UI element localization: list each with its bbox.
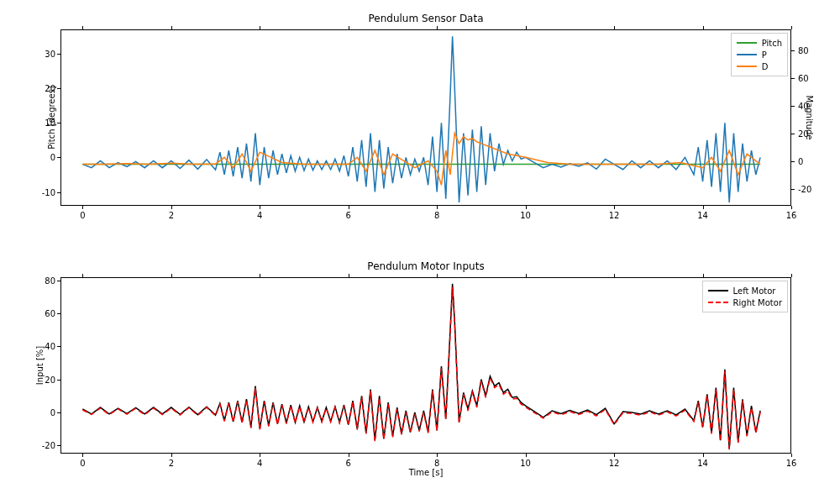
tick-mark (791, 161, 795, 162)
subplot-motor-inputs: Pendulum Motor Inputs Input [%] Time [s]… (60, 277, 791, 454)
tick-mark (57, 412, 60, 413)
tick-mark (57, 157, 60, 158)
x-tick-label: 10 (520, 459, 531, 468)
tick-mark (614, 454, 615, 457)
y-tick-label: -20 (30, 441, 55, 450)
tick-mark (171, 454, 172, 457)
series-right-motor (82, 287, 760, 449)
legend-swatch (737, 42, 757, 44)
x-tick-label: 0 (80, 211, 85, 220)
legend-2: Left MotorRight Motor (702, 281, 788, 312)
tick-mark (526, 26, 527, 29)
tick-mark (57, 346, 60, 347)
tick-mark (82, 454, 83, 457)
tick-mark (437, 454, 438, 457)
plot-area-2 (60, 277, 791, 454)
tick-mark (437, 206, 438, 209)
tick-mark (57, 123, 60, 123)
tick-mark (703, 26, 704, 29)
tick-mark (82, 26, 83, 29)
x-tick-label: 8 (434, 211, 439, 220)
tick-mark (791, 26, 792, 29)
x-tick-label: 2 (169, 459, 174, 468)
tick-mark (614, 206, 615, 209)
y-tick-label: 80 (30, 276, 55, 285)
tick-mark (260, 206, 260, 209)
tick-mark (82, 274, 83, 277)
x-tick-label: 12 (609, 459, 620, 468)
x-tick-label: 2 (169, 211, 174, 220)
tick-mark (791, 50, 795, 51)
x-tick-label: 12 (609, 211, 620, 220)
x-tick-label: 4 (257, 459, 262, 468)
tick-mark (349, 26, 349, 29)
legend-entry: Pitch (737, 37, 782, 49)
x-tick-label: 14 (697, 459, 708, 468)
chart-title-1: Pendulum Sensor Data (60, 13, 791, 24)
xlabel-2: Time [s] (60, 468, 791, 477)
legend-label: Left Motor (733, 286, 776, 296)
tick-mark (791, 78, 795, 79)
x-tick-label: 4 (257, 211, 262, 220)
y-tick-label: -10 (30, 187, 55, 197)
tick-mark (526, 206, 527, 209)
tick-mark (171, 274, 172, 277)
legend-label: Pitch (762, 39, 782, 48)
legend-swatch (737, 66, 757, 67)
legend-swatch (708, 302, 728, 303)
y-tick-label-right: 40 (798, 101, 823, 110)
tick-mark (57, 380, 60, 381)
y-tick-label: 20 (30, 375, 55, 384)
tick-mark (57, 192, 60, 193)
tick-mark (791, 189, 795, 190)
legend-entry: Right Motor (708, 297, 782, 308)
tick-mark (171, 26, 172, 29)
series-p (82, 36, 760, 202)
tick-mark (703, 454, 704, 457)
x-tick-label: 16 (786, 459, 797, 468)
x-tick-label: 0 (80, 459, 85, 468)
legend-swatch (737, 54, 757, 55)
y-tick-label: 60 (30, 309, 55, 318)
legend-swatch (708, 290, 728, 291)
legend-label: Right Motor (733, 298, 782, 307)
y-tick-label: 30 (30, 49, 55, 58)
tick-mark (57, 445, 60, 446)
legend-label: P (762, 50, 767, 60)
x-tick-label: 14 (697, 211, 708, 220)
legend-entry: Left Motor (708, 285, 782, 297)
legend-entry: D (737, 60, 782, 72)
tick-mark (703, 274, 704, 277)
y-tick-label-right: 60 (798, 73, 823, 82)
series-d (82, 134, 760, 186)
tick-mark (57, 281, 60, 281)
tick-mark (57, 54, 60, 55)
y-tick-label-right: 20 (798, 129, 823, 139)
tick-mark (437, 26, 438, 29)
tick-mark (260, 274, 260, 277)
y-tick-label: 40 (30, 342, 55, 351)
tick-mark (260, 26, 260, 29)
tick-mark (526, 454, 527, 457)
tick-mark (791, 134, 795, 134)
tick-mark (171, 206, 172, 209)
x-tick-label: 8 (434, 459, 439, 468)
tick-mark (791, 454, 792, 457)
tick-mark (260, 454, 260, 457)
chart-title-2: Pendulum Motor Inputs (60, 260, 791, 272)
subplot-sensor-data: Pendulum Sensor Data Pitch [degrees] Mag… (60, 29, 791, 206)
y-tick-label-right: -20 (798, 185, 823, 194)
tick-mark (791, 106, 795, 107)
tick-mark (349, 274, 349, 277)
y-tick-label-right: 80 (798, 45, 823, 55)
plot-area-1 (60, 29, 791, 206)
tick-mark (349, 206, 349, 209)
tick-mark (791, 206, 792, 209)
tick-mark (57, 313, 60, 314)
tick-mark (614, 274, 615, 277)
y-tick-label: 0 (30, 153, 55, 162)
tick-mark (526, 274, 527, 277)
legend-1: PitchPD (731, 33, 788, 76)
y-tick-label: 20 (30, 84, 55, 93)
tick-mark (57, 88, 60, 89)
